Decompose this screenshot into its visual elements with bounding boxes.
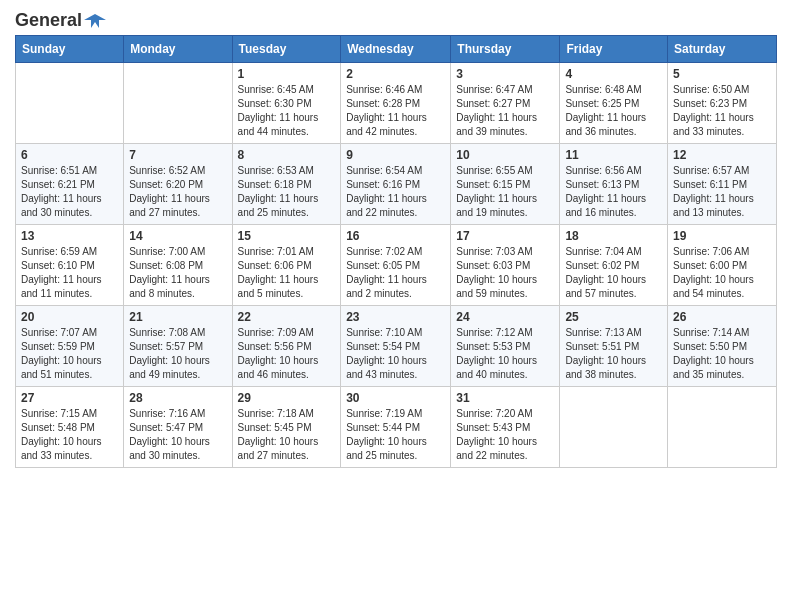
- table-row: [668, 387, 777, 468]
- table-row: 15Sunrise: 7:01 AM Sunset: 6:06 PM Dayli…: [232, 225, 341, 306]
- table-row: 5Sunrise: 6:50 AM Sunset: 6:23 PM Daylig…: [668, 63, 777, 144]
- cell-daylight-info: Sunrise: 7:08 AM Sunset: 5:57 PM Dayligh…: [129, 326, 226, 382]
- table-row: 25Sunrise: 7:13 AM Sunset: 5:51 PM Dayli…: [560, 306, 668, 387]
- cell-day-number: 21: [129, 310, 226, 324]
- table-row: 19Sunrise: 7:06 AM Sunset: 6:00 PM Dayli…: [668, 225, 777, 306]
- table-row: 24Sunrise: 7:12 AM Sunset: 5:53 PM Dayli…: [451, 306, 560, 387]
- header-wednesday: Wednesday: [341, 36, 451, 63]
- table-row: 2Sunrise: 6:46 AM Sunset: 6:28 PM Daylig…: [341, 63, 451, 144]
- table-row: 30Sunrise: 7:19 AM Sunset: 5:44 PM Dayli…: [341, 387, 451, 468]
- cell-daylight-info: Sunrise: 7:13 AM Sunset: 5:51 PM Dayligh…: [565, 326, 662, 382]
- cell-daylight-info: Sunrise: 6:45 AM Sunset: 6:30 PM Dayligh…: [238, 83, 336, 139]
- table-row: 9Sunrise: 6:54 AM Sunset: 6:16 PM Daylig…: [341, 144, 451, 225]
- table-row: [16, 63, 124, 144]
- table-row: 20Sunrise: 7:07 AM Sunset: 5:59 PM Dayli…: [16, 306, 124, 387]
- calendar-week-row: 6Sunrise: 6:51 AM Sunset: 6:21 PM Daylig…: [16, 144, 777, 225]
- cell-daylight-info: Sunrise: 7:07 AM Sunset: 5:59 PM Dayligh…: [21, 326, 118, 382]
- calendar-week-row: 13Sunrise: 6:59 AM Sunset: 6:10 PM Dayli…: [16, 225, 777, 306]
- cell-day-number: 20: [21, 310, 118, 324]
- table-row: [124, 63, 232, 144]
- header-sunday: Sunday: [16, 36, 124, 63]
- header: General: [15, 10, 777, 27]
- cell-daylight-info: Sunrise: 6:50 AM Sunset: 6:23 PM Dayligh…: [673, 83, 771, 139]
- cell-daylight-info: Sunrise: 6:46 AM Sunset: 6:28 PM Dayligh…: [346, 83, 445, 139]
- cell-daylight-info: Sunrise: 7:02 AM Sunset: 6:05 PM Dayligh…: [346, 245, 445, 301]
- header-friday: Friday: [560, 36, 668, 63]
- cell-day-number: 8: [238, 148, 336, 162]
- logo: General: [15, 10, 106, 27]
- cell-day-number: 11: [565, 148, 662, 162]
- cell-day-number: 27: [21, 391, 118, 405]
- cell-day-number: 14: [129, 229, 226, 243]
- table-row: 7Sunrise: 6:52 AM Sunset: 6:20 PM Daylig…: [124, 144, 232, 225]
- table-row: 12Sunrise: 6:57 AM Sunset: 6:11 PM Dayli…: [668, 144, 777, 225]
- cell-daylight-info: Sunrise: 6:57 AM Sunset: 6:11 PM Dayligh…: [673, 164, 771, 220]
- cell-daylight-info: Sunrise: 7:12 AM Sunset: 5:53 PM Dayligh…: [456, 326, 554, 382]
- table-row: 31Sunrise: 7:20 AM Sunset: 5:43 PM Dayli…: [451, 387, 560, 468]
- cell-day-number: 13: [21, 229, 118, 243]
- table-row: 1Sunrise: 6:45 AM Sunset: 6:30 PM Daylig…: [232, 63, 341, 144]
- cell-daylight-info: Sunrise: 6:56 AM Sunset: 6:13 PM Dayligh…: [565, 164, 662, 220]
- header-tuesday: Tuesday: [232, 36, 341, 63]
- cell-daylight-info: Sunrise: 7:00 AM Sunset: 6:08 PM Dayligh…: [129, 245, 226, 301]
- cell-day-number: 28: [129, 391, 226, 405]
- table-row: 10Sunrise: 6:55 AM Sunset: 6:15 PM Dayli…: [451, 144, 560, 225]
- cell-daylight-info: Sunrise: 6:52 AM Sunset: 6:20 PM Dayligh…: [129, 164, 226, 220]
- cell-day-number: 6: [21, 148, 118, 162]
- weekday-header-row: Sunday Monday Tuesday Wednesday Thursday…: [16, 36, 777, 63]
- cell-daylight-info: Sunrise: 6:48 AM Sunset: 6:25 PM Dayligh…: [565, 83, 662, 139]
- table-row: 6Sunrise: 6:51 AM Sunset: 6:21 PM Daylig…: [16, 144, 124, 225]
- cell-day-number: 4: [565, 67, 662, 81]
- cell-daylight-info: Sunrise: 7:19 AM Sunset: 5:44 PM Dayligh…: [346, 407, 445, 463]
- calendar-week-row: 27Sunrise: 7:15 AM Sunset: 5:48 PM Dayli…: [16, 387, 777, 468]
- header-saturday: Saturday: [668, 36, 777, 63]
- table-row: 8Sunrise: 6:53 AM Sunset: 6:18 PM Daylig…: [232, 144, 341, 225]
- calendar-table: Sunday Monday Tuesday Wednesday Thursday…: [15, 35, 777, 468]
- cell-daylight-info: Sunrise: 6:53 AM Sunset: 6:18 PM Dayligh…: [238, 164, 336, 220]
- cell-day-number: 19: [673, 229, 771, 243]
- cell-daylight-info: Sunrise: 7:20 AM Sunset: 5:43 PM Dayligh…: [456, 407, 554, 463]
- cell-daylight-info: Sunrise: 6:59 AM Sunset: 6:10 PM Dayligh…: [21, 245, 118, 301]
- cell-day-number: 15: [238, 229, 336, 243]
- table-row: 17Sunrise: 7:03 AM Sunset: 6:03 PM Dayli…: [451, 225, 560, 306]
- logo-bird-icon: [84, 12, 106, 30]
- cell-day-number: 1: [238, 67, 336, 81]
- table-row: 14Sunrise: 7:00 AM Sunset: 6:08 PM Dayli…: [124, 225, 232, 306]
- cell-day-number: 17: [456, 229, 554, 243]
- table-row: 11Sunrise: 6:56 AM Sunset: 6:13 PM Dayli…: [560, 144, 668, 225]
- table-row: 23Sunrise: 7:10 AM Sunset: 5:54 PM Dayli…: [341, 306, 451, 387]
- cell-daylight-info: Sunrise: 7:16 AM Sunset: 5:47 PM Dayligh…: [129, 407, 226, 463]
- calendar-week-row: 20Sunrise: 7:07 AM Sunset: 5:59 PM Dayli…: [16, 306, 777, 387]
- cell-daylight-info: Sunrise: 7:01 AM Sunset: 6:06 PM Dayligh…: [238, 245, 336, 301]
- cell-day-number: 30: [346, 391, 445, 405]
- cell-daylight-info: Sunrise: 7:04 AM Sunset: 6:02 PM Dayligh…: [565, 245, 662, 301]
- cell-day-number: 26: [673, 310, 771, 324]
- cell-daylight-info: Sunrise: 6:55 AM Sunset: 6:15 PM Dayligh…: [456, 164, 554, 220]
- cell-daylight-info: Sunrise: 7:10 AM Sunset: 5:54 PM Dayligh…: [346, 326, 445, 382]
- table-row: 28Sunrise: 7:16 AM Sunset: 5:47 PM Dayli…: [124, 387, 232, 468]
- cell-day-number: 18: [565, 229, 662, 243]
- table-row: 18Sunrise: 7:04 AM Sunset: 6:02 PM Dayli…: [560, 225, 668, 306]
- cell-day-number: 31: [456, 391, 554, 405]
- cell-daylight-info: Sunrise: 7:15 AM Sunset: 5:48 PM Dayligh…: [21, 407, 118, 463]
- header-thursday: Thursday: [451, 36, 560, 63]
- cell-daylight-info: Sunrise: 7:18 AM Sunset: 5:45 PM Dayligh…: [238, 407, 336, 463]
- cell-daylight-info: Sunrise: 7:14 AM Sunset: 5:50 PM Dayligh…: [673, 326, 771, 382]
- table-row: 3Sunrise: 6:47 AM Sunset: 6:27 PM Daylig…: [451, 63, 560, 144]
- cell-day-number: 5: [673, 67, 771, 81]
- cell-day-number: 22: [238, 310, 336, 324]
- cell-day-number: 9: [346, 148, 445, 162]
- table-row: 26Sunrise: 7:14 AM Sunset: 5:50 PM Dayli…: [668, 306, 777, 387]
- table-row: 13Sunrise: 6:59 AM Sunset: 6:10 PM Dayli…: [16, 225, 124, 306]
- header-monday: Monday: [124, 36, 232, 63]
- calendar-week-row: 1Sunrise: 6:45 AM Sunset: 6:30 PM Daylig…: [16, 63, 777, 144]
- cell-daylight-info: Sunrise: 7:03 AM Sunset: 6:03 PM Dayligh…: [456, 245, 554, 301]
- cell-day-number: 23: [346, 310, 445, 324]
- cell-daylight-info: Sunrise: 6:51 AM Sunset: 6:21 PM Dayligh…: [21, 164, 118, 220]
- page: General Sunday Monday Tuesday Wednesday …: [0, 0, 792, 612]
- logo-general: General: [15, 10, 82, 31]
- cell-daylight-info: Sunrise: 6:54 AM Sunset: 6:16 PM Dayligh…: [346, 164, 445, 220]
- cell-day-number: 16: [346, 229, 445, 243]
- table-row: [560, 387, 668, 468]
- cell-day-number: 2: [346, 67, 445, 81]
